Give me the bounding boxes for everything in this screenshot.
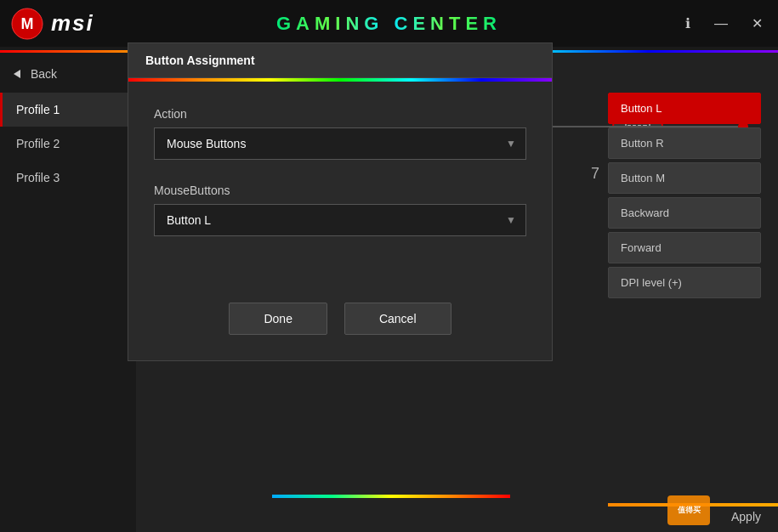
button-list: Button L Button R Button M Backward Forw… <box>608 93 761 298</box>
minimize-button[interactable]: — <box>709 13 733 35</box>
action-section: Action Mouse Buttons Keyboard Macro None… <box>154 107 526 160</box>
button-list-item-backward[interactable]: Backward <box>608 197 761 229</box>
msi-logo-text: msi <box>51 10 94 37</box>
bottom-rainbow-accent <box>272 495 510 498</box>
action-select-wrapper: Mouse Buttons Keyboard Macro None ▼ <box>154 127 526 160</box>
logo-area: M msi <box>0 7 94 41</box>
mouse-buttons-section: MouseButtons Button L Button R Button M … <box>154 184 526 236</box>
dialog-footer: Done Cancel <box>128 286 552 360</box>
sidebar-item-profile1[interactable]: Profile 1 <box>0 93 136 127</box>
window-controls: ℹ — ✕ <box>680 12 768 35</box>
button-list-item-btn-r[interactable]: Button R <box>608 127 761 159</box>
dialog-header: Button Assignment <box>128 43 552 78</box>
apply-button[interactable]: Apply <box>731 510 761 524</box>
button-assignment-dialog: Button Assignment Action Mouse Buttons K… <box>128 42 553 361</box>
dialog-title: Button Assignment <box>145 54 255 67</box>
button-list-item-dpi-plus[interactable]: DPI level (+) <box>608 267 761 298</box>
info-button[interactable]: ℹ <box>680 12 696 35</box>
cancel-button[interactable]: Cancel <box>344 303 451 335</box>
action-label: Action <box>154 107 526 121</box>
number-partial: 7 <box>591 165 599 183</box>
button-list-item-btn-m[interactable]: Button M <box>608 162 761 194</box>
watermark: 值得买 <box>667 495 710 525</box>
dialog-body: Action Mouse Buttons Keyboard Macro None… <box>128 82 552 286</box>
app-title: GAMING CENTER <box>276 13 502 35</box>
button-list-item-forward[interactable]: Forward <box>608 232 761 263</box>
msi-dragon-icon: M <box>10 7 44 41</box>
sidebar-item-profile3[interactable]: Profile 3 <box>0 161 136 195</box>
back-button[interactable]: Back <box>0 59 136 89</box>
back-icon <box>14 70 20 78</box>
mouse-button-select-wrapper: Button L Button R Button M Backward Forw… <box>154 204 526 236</box>
back-label: Back <box>31 67 57 81</box>
svg-text:M: M <box>21 15 34 32</box>
sidebar-item-profile2[interactable]: Profile 2 <box>0 127 136 161</box>
close-button[interactable]: ✕ <box>747 12 768 35</box>
button-list-item-btn-l[interactable]: Button L <box>608 93 761 124</box>
title-bar: M msi GAMING CENTER ℹ — ✕ <box>0 0 778 47</box>
action-select[interactable]: Mouse Buttons Keyboard Macro None <box>154 127 526 160</box>
mouse-button-select[interactable]: Button L Button R Button M Backward Forw… <box>154 204 526 236</box>
sidebar: Back Profile 1 Profile 2 Profile 3 <box>0 50 136 532</box>
mouse-buttons-label: MouseButtons <box>154 184 526 197</box>
done-button[interactable]: Done <box>229 303 327 335</box>
